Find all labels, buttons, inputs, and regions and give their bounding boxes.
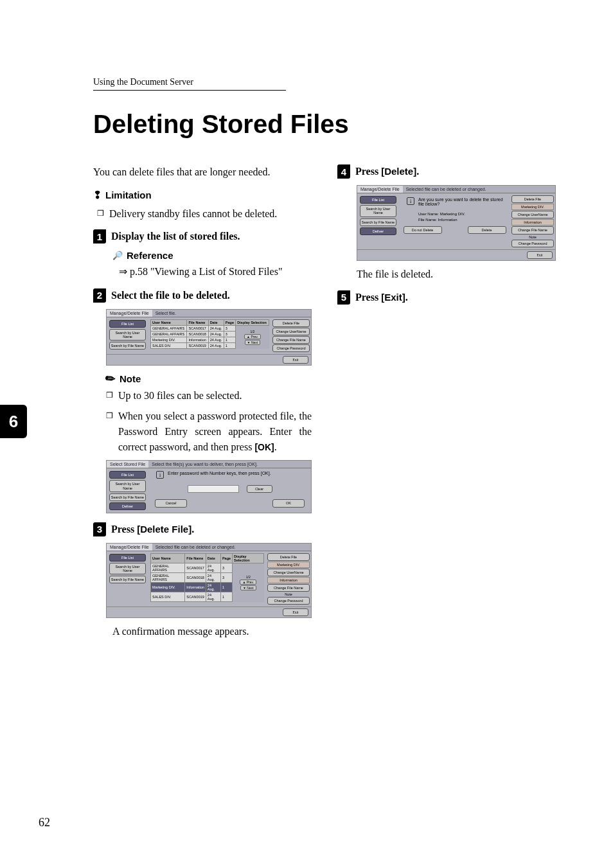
shot-title-tab: Manage/Delete File (357, 186, 403, 193)
file-table: User Name File Name Date Page Display Se… (150, 319, 269, 349)
col-date[interactable]: Date (206, 554, 220, 563)
change-username-button[interactable]: Change UserName (272, 328, 310, 335)
deliver-button[interactable]: Deliver (360, 227, 396, 235)
col-file[interactable]: File Name (185, 554, 206, 563)
password-message: Enter password with Number keys, then pr… (168, 471, 271, 475)
change-filename-button[interactable]: Change File Name (511, 226, 554, 234)
delete-file-button[interactable]: Delete File (267, 553, 310, 561)
selected-file-label: Information (511, 219, 554, 226)
password-input[interactable] (188, 485, 239, 493)
shot-title-tab: Select Stored File (107, 461, 148, 468)
search-by-user-button[interactable]: Search by User Name (109, 329, 146, 341)
confirm-message-text: A confirmation message appears. (112, 626, 312, 637)
prev-button[interactable]: ▲ Prev. (244, 334, 261, 339)
page-number: 62 (39, 816, 50, 829)
col-page[interactable]: Page (220, 554, 232, 563)
shot-header: Select file. (152, 310, 179, 317)
note-icon: ✎ (105, 374, 116, 385)
selected-user-label: Marketing DIV. (267, 562, 310, 568)
cancel-button[interactable]: Cancel (155, 499, 187, 507)
search-by-file-button[interactable]: Search by File Name (109, 493, 146, 501)
step-3-text: Press [Delete File]. (111, 522, 194, 536)
page-title: Deleting Stored Files (93, 110, 574, 139)
step-badge-2: 2 (93, 288, 106, 303)
change-password-button[interactable]: Change Password (267, 597, 310, 605)
screenshot-select-file: Manage/Delete File Select file. File Lis… (106, 309, 312, 366)
shot-header: Selected file can be deleted or changed. (152, 544, 239, 551)
reference-label: Reference (127, 250, 173, 261)
change-password-button[interactable]: Change Password (272, 344, 310, 352)
col-date[interactable]: Date (208, 320, 224, 326)
delete-file-button[interactable]: Delete File (272, 319, 310, 327)
note-text-1: Up to 30 files can be selected. (118, 388, 312, 403)
search-by-file-button[interactable]: Search by File Name (360, 218, 396, 226)
change-username-button[interactable]: Change UserName (511, 211, 554, 218)
exit-button[interactable]: Exit (283, 608, 308, 616)
section-header: Using the Document Server (93, 77, 286, 91)
file-list-button[interactable]: File List (109, 320, 146, 328)
exit-button[interactable]: Exit (527, 251, 553, 259)
step-badge-1: 1 (93, 229, 106, 244)
file-name-line: File Name: Information (418, 217, 508, 222)
col-page[interactable]: Page (224, 320, 236, 326)
screenshot-password: Select Stored File Select the file(s) yo… (106, 460, 312, 513)
change-username-button[interactable]: Change UserName (267, 569, 310, 576)
chapter-tab: 6 (0, 405, 27, 438)
screenshot-delete-file: Manage/Delete File Selected file can be … (106, 543, 312, 618)
exit-button[interactable]: Exit (283, 356, 308, 364)
bullet-icon: ❒ (97, 206, 104, 222)
table-row[interactable]: GENERAL AFFAIRSSCAN001724 Aug.31/2▲ Prev… (151, 326, 269, 332)
screenshot-confirm-delete: Manage/Delete File Selected file can be … (357, 185, 556, 260)
change-filename-button[interactable]: Change File Name (267, 584, 310, 592)
file-list-button[interactable]: File List (360, 196, 396, 204)
reference-icon: 🔎 (112, 251, 123, 260)
note-text-2: When you select a password protected fil… (118, 409, 312, 455)
limitation-text: Delivery standby files cannot be deleted… (109, 206, 312, 222)
display-selection-button[interactable]: Display Selection (233, 554, 264, 563)
col-file[interactable]: File Name (187, 320, 208, 326)
ok-button[interactable]: OK (272, 499, 305, 507)
file-table: User Name File Name Date Page Display Se… (150, 553, 264, 602)
next-button[interactable]: ▼ Next (240, 585, 256, 590)
step-2-text: Select the file to be deleted. (111, 288, 230, 303)
step-4-text: Press [Delete]. (355, 164, 419, 179)
deliver-button[interactable]: Deliver (109, 502, 146, 510)
table-row[interactable]: GENERAL AFFAIRSSCAN001724 Aug.31/2▲ Prev… (151, 563, 264, 573)
do-not-delete-button[interactable]: Do not Delete (404, 226, 442, 234)
step-badge-5: 5 (337, 290, 350, 305)
limitation-label: Limitation (105, 190, 152, 200)
step-1-text: Display the list of stored files. (111, 229, 240, 244)
col-user[interactable]: User Name (151, 554, 185, 563)
shot-header: Select the file(s) you want to deliver, … (148, 461, 261, 468)
user-name-line: User Name: Marketing DIV. (418, 211, 508, 217)
shot-title-tab: Manage/Delete File (107, 310, 152, 317)
search-by-file-button[interactable]: Search by File Name (109, 342, 146, 350)
delete-file-button[interactable]: Delete File (511, 195, 554, 203)
bullet-icon: ❒ (106, 388, 113, 403)
change-password-button[interactable]: Change Password (511, 240, 554, 247)
step-badge-4: 4 (337, 164, 350, 179)
file-list-button[interactable]: File List (109, 471, 146, 479)
selected-file-label: Information (267, 577, 310, 583)
reference-text: ⇒ p.58 "Viewing a List of Stored Files" (119, 265, 312, 279)
shot-title-tab: Manage/Delete File (107, 544, 152, 551)
bullet-icon: ❒ (106, 409, 113, 455)
next-button[interactable]: ▼ Next (245, 340, 261, 345)
search-by-user-button[interactable]: Search by User Name (109, 480, 146, 492)
col-user[interactable]: User Name (151, 320, 187, 326)
limitation-icon: ❢ (93, 189, 102, 201)
note-label: Note (511, 235, 554, 239)
change-filename-button[interactable]: Change File Name (272, 336, 310, 344)
display-selection-button[interactable]: Display Selection (236, 320, 269, 326)
search-by-file-button[interactable]: Search by File Name (109, 576, 146, 583)
delete-button[interactable]: Delete (468, 226, 506, 234)
search-by-user-button[interactable]: Search by User Name (109, 563, 146, 574)
info-icon: i (156, 471, 164, 479)
file-list-button[interactable]: File List (109, 554, 146, 562)
search-by-user-button[interactable]: Search by User Name (360, 205, 396, 217)
confirm-message: Are you sure you want to delete the stor… (418, 197, 508, 206)
prev-button[interactable]: ▲ Prev. (240, 580, 256, 585)
clear-button[interactable]: Clear (247, 485, 272, 493)
step-5-text: Press [Exit]. (355, 290, 408, 305)
info-icon: i (407, 197, 414, 205)
